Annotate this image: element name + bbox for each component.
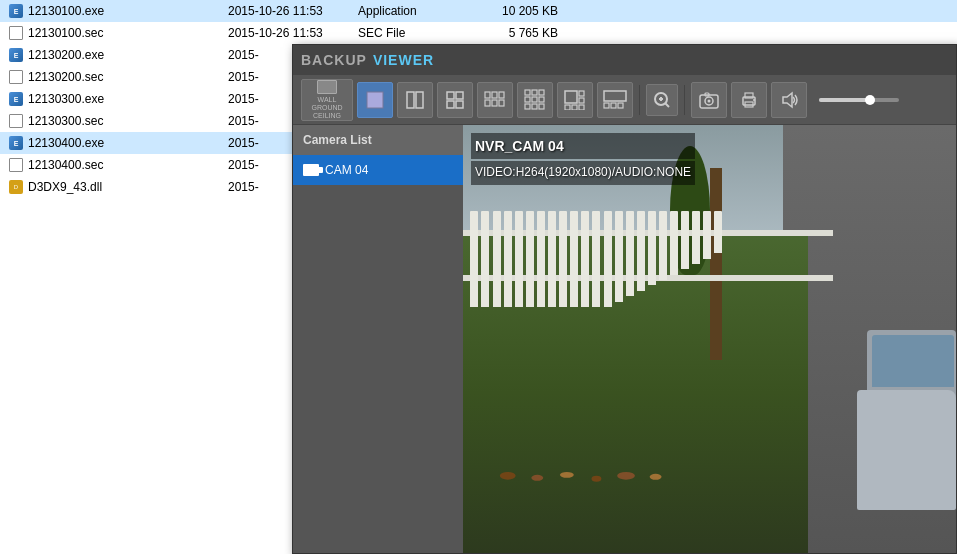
print-icon bbox=[739, 90, 759, 110]
camera-item-cam04[interactable]: CAM 04 bbox=[293, 155, 463, 185]
svg-rect-29 bbox=[604, 103, 609, 108]
svg-rect-14 bbox=[532, 90, 537, 95]
svg-rect-16 bbox=[525, 97, 530, 102]
svg-rect-17 bbox=[532, 97, 537, 102]
file-row[interactable]: 12130100.sec 2015-10-26 11:53 SEC File 5… bbox=[0, 22, 957, 44]
svg-rect-10 bbox=[485, 100, 490, 106]
svg-marker-44 bbox=[783, 93, 792, 107]
fence-plank bbox=[470, 211, 478, 307]
audio-button[interactable] bbox=[771, 82, 807, 118]
fence-plank bbox=[592, 211, 600, 307]
zoom-in-button[interactable] bbox=[646, 84, 678, 116]
wall-icon bbox=[317, 80, 337, 95]
print-button[interactable] bbox=[731, 82, 767, 118]
volume-control bbox=[815, 98, 899, 102]
layout-9-button[interactable] bbox=[517, 82, 553, 118]
layout-4-icon bbox=[445, 90, 465, 110]
svg-point-45 bbox=[499, 472, 515, 480]
svg-rect-19 bbox=[525, 104, 530, 109]
fence-plank bbox=[604, 211, 612, 307]
backup-viewer-titlebar: BACKUP VIEWER bbox=[293, 45, 956, 75]
svg-rect-5 bbox=[447, 101, 454, 108]
fence-plank bbox=[537, 211, 545, 307]
svg-rect-12 bbox=[499, 100, 504, 106]
file-name: 12130400.sec bbox=[28, 158, 228, 172]
file-name: 12130400.exe bbox=[28, 136, 228, 150]
svg-rect-30 bbox=[611, 103, 616, 108]
fence-plank bbox=[481, 211, 489, 307]
layout-1-button[interactable] bbox=[357, 82, 393, 118]
exe-icon: E bbox=[8, 3, 24, 19]
wall-mount-button[interactable]: WALLGROUNDCEILING bbox=[301, 79, 353, 121]
svg-rect-3 bbox=[447, 92, 454, 99]
svg-rect-13 bbox=[525, 90, 530, 95]
svg-rect-18 bbox=[539, 97, 544, 102]
file-name: 12130100.exe bbox=[28, 4, 228, 18]
file-date: 2015-10-26 11:53 bbox=[228, 26, 358, 40]
svg-rect-25 bbox=[565, 105, 570, 110]
layout-wide-icon bbox=[603, 90, 627, 110]
svg-rect-21 bbox=[539, 104, 544, 109]
toolbar-sep-1 bbox=[639, 85, 640, 115]
svg-rect-8 bbox=[492, 92, 497, 98]
file-name: 12130300.sec bbox=[28, 114, 228, 128]
fence-plank bbox=[703, 211, 711, 259]
svg-rect-22 bbox=[565, 91, 577, 103]
fence-plank bbox=[648, 211, 656, 286]
layout-2-button[interactable] bbox=[397, 82, 433, 118]
camera-list-panel: Camera List CAM 04 bbox=[293, 125, 463, 553]
fence-plank bbox=[559, 211, 567, 307]
file-name: 12130300.exe bbox=[28, 92, 228, 106]
title-backup: BACKUP bbox=[301, 52, 367, 68]
svg-rect-1 bbox=[407, 92, 414, 108]
fence-plank bbox=[504, 211, 512, 307]
volume-thumb[interactable] bbox=[865, 95, 875, 105]
svg-point-48 bbox=[591, 476, 601, 482]
svg-point-43 bbox=[753, 99, 755, 101]
video-overlay: NVR_CAM 04 VIDEO:H264(1920x1080)/AUDIO:N… bbox=[471, 133, 695, 185]
zoom-in-icon bbox=[652, 90, 672, 110]
svg-rect-0 bbox=[367, 92, 383, 108]
video-cam-name: NVR_CAM 04 bbox=[471, 133, 695, 159]
fence-plank bbox=[548, 211, 556, 307]
layout-wide-button[interactable] bbox=[597, 82, 633, 118]
video-area: NVR_CAM 04 VIDEO:H264(1920x1080)/AUDIO:N… bbox=[463, 125, 956, 553]
svg-line-35 bbox=[665, 103, 669, 107]
svg-rect-2 bbox=[416, 92, 423, 108]
fallen-leaves bbox=[488, 463, 685, 489]
svg-rect-7 bbox=[485, 92, 490, 98]
layout-1-icon bbox=[365, 90, 385, 110]
fence-plank bbox=[615, 211, 623, 302]
wall-mount-label: WALLGROUNDCEILING bbox=[311, 96, 342, 119]
fence-plank bbox=[659, 211, 667, 281]
fence-plank bbox=[681, 211, 689, 270]
file-name: 12130200.exe bbox=[28, 48, 228, 62]
layout-6-button[interactable] bbox=[477, 82, 513, 118]
car-body bbox=[857, 390, 956, 510]
svg-point-50 bbox=[649, 474, 661, 480]
svg-rect-9 bbox=[499, 92, 504, 98]
svg-rect-23 bbox=[579, 91, 584, 96]
dll-icon: D bbox=[8, 179, 24, 195]
layout-mixed-button[interactable] bbox=[557, 82, 593, 118]
toolbar: WALLGROUNDCEILING bbox=[293, 75, 956, 125]
video-stream-info: VIDEO:H264(1920x1080)/AUDIO:NONE bbox=[471, 161, 695, 184]
svg-rect-15 bbox=[539, 90, 544, 95]
file-name: D3DX9_43.dll bbox=[28, 180, 228, 194]
fence-plank bbox=[526, 211, 534, 307]
layout-4-button[interactable] bbox=[437, 82, 473, 118]
title-viewer: VIEWER bbox=[373, 52, 434, 68]
snapshot-button[interactable] bbox=[691, 82, 727, 118]
layout-6-icon bbox=[484, 90, 506, 110]
svg-rect-27 bbox=[579, 105, 584, 110]
svg-rect-6 bbox=[456, 101, 463, 108]
camera-item-icon bbox=[303, 164, 319, 176]
file-row[interactable]: E 12130100.exe 2015-10-26 11:53 Applicat… bbox=[0, 0, 957, 22]
volume-slider[interactable] bbox=[819, 98, 899, 102]
fence-plank bbox=[581, 211, 589, 307]
scene-fence bbox=[463, 211, 833, 318]
snapshot-icon bbox=[698, 90, 720, 110]
svg-rect-4 bbox=[456, 92, 463, 99]
file-size: 10 205 KB bbox=[478, 4, 558, 18]
volume-track bbox=[819, 98, 867, 102]
